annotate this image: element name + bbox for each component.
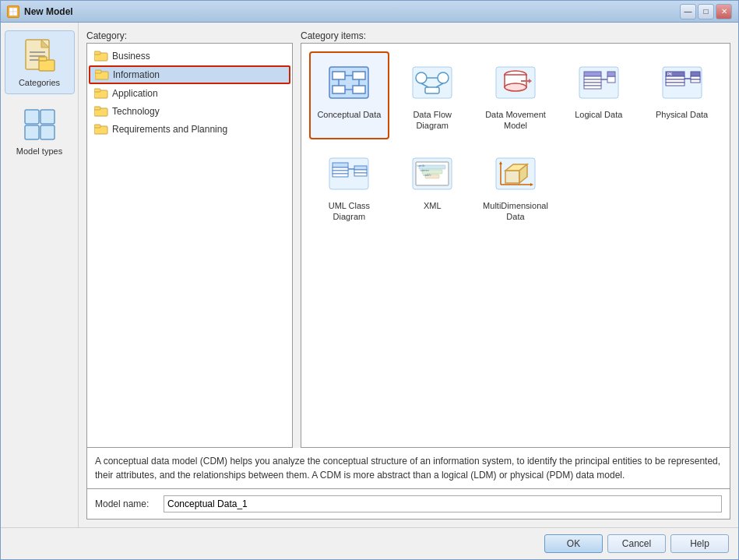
title-bar: New Model — □ ✕ — [1, 1, 738, 23]
ok-button[interactable]: OK — [544, 534, 603, 553]
svg-text:<item>: <item> — [420, 168, 430, 172]
category-item-information[interactable]: Information — [89, 65, 290, 84]
logical-data-icon — [575, 59, 622, 106]
model-name-section: Model name: — [86, 489, 730, 519]
new-model-dialog: New Model — □ ✕ — [0, 0, 739, 560]
svg-rect-72 — [354, 166, 367, 170]
svg-rect-29 — [353, 86, 365, 93]
svg-rect-70 — [333, 174, 348, 177]
svg-rect-65 — [691, 79, 700, 83]
item-physical-data[interactable]: PK Physical Data — [642, 51, 722, 139]
svg-rect-28 — [333, 86, 345, 93]
item-xml[interactable]: <xml> <item> <val/> XML — [392, 143, 473, 231]
svg-rect-68 — [333, 167, 348, 171]
item-uml-class[interactable]: UML Class Diagram — [309, 143, 389, 231]
folder-icon-technology — [94, 106, 108, 117]
minimize-button[interactable]: — — [680, 4, 696, 19]
svg-rect-74 — [354, 173, 367, 176]
svg-rect-55 — [607, 72, 615, 76]
svg-rect-16 — [94, 51, 100, 55]
item-conceptual-data[interactable]: Conceptual Data — [309, 51, 389, 139]
svg-rect-24 — [94, 125, 100, 128]
svg-rect-14 — [40, 125, 55, 139]
title-controls: — □ ✕ — [680, 4, 732, 19]
svg-rect-50 — [584, 79, 601, 83]
items-wrapper: Conceptual Data — [301, 43, 730, 448]
svg-rect-63 — [691, 72, 700, 76]
svg-rect-10 — [39, 57, 47, 61]
category-header-label: Category: — [86, 30, 293, 41]
svg-rect-9 — [39, 60, 55, 71]
panel-headers: Category: Category items: — [86, 30, 730, 41]
svg-rect-22 — [94, 107, 100, 110]
svg-rect-67 — [333, 163, 348, 167]
items-panel[interactable]: Conceptual Data — [301, 43, 730, 448]
folder-icon-information — [95, 69, 109, 80]
category-item-requirements[interactable]: Requirements and Planning — [89, 121, 290, 138]
categories-label: Categories — [19, 78, 60, 87]
maximize-button[interactable]: □ — [698, 4, 714, 19]
item-data-movement[interactable]: Data Movement Model — [476, 51, 556, 139]
item-data-flow[interactable]: Data Flow Diagram — [392, 51, 473, 139]
window-icon — [7, 5, 19, 18]
svg-rect-2 — [9, 12, 13, 16]
svg-rect-48 — [584, 72, 601, 76]
item-multidimensional[interactable]: MultiDimensional Data — [476, 143, 556, 231]
svg-rect-59 — [666, 79, 684, 83]
svg-rect-26 — [333, 72, 345, 79]
svg-rect-64 — [691, 76, 700, 79]
dialog-buttons: OK Cancel Help — [1, 527, 738, 559]
svg-rect-1 — [13, 8, 17, 12]
conceptual-data-icon — [326, 59, 372, 106]
svg-point-35 — [416, 72, 427, 83]
data-movement-icon — [492, 59, 539, 106]
svg-rect-12 — [40, 110, 55, 124]
close-button[interactable]: ✕ — [716, 4, 732, 19]
sidebar-item-model-types[interactable]: Model types — [5, 99, 75, 163]
svg-rect-13 — [25, 125, 39, 139]
items-grid: Conceptual Data — [301, 44, 730, 238]
sidebar: Categories Model types — [1, 23, 79, 527]
svg-rect-27 — [353, 72, 365, 79]
folder-icon-business — [94, 51, 108, 62]
sidebar-item-categories[interactable]: Categories — [5, 30, 75, 94]
multidimensional-icon — [492, 150, 539, 197]
model-types-icon — [21, 106, 58, 143]
xml-icon: <xml> <item> <val/> — [409, 150, 456, 197]
folder-icon-application — [94, 88, 108, 99]
svg-rect-11 — [25, 110, 39, 124]
description-section: A conceptual data model (CDM) helps you … — [86, 448, 730, 489]
model-name-input[interactable] — [164, 495, 722, 512]
category-panel[interactable]: Business Information — [86, 43, 293, 448]
svg-rect-49 — [584, 76, 601, 79]
svg-rect-52 — [584, 86, 601, 89]
svg-rect-0 — [9, 8, 13, 12]
panels-row: Business Information — [86, 43, 730, 448]
help-button[interactable]: Help — [670, 534, 729, 553]
folder-icon-requirements — [94, 124, 108, 135]
svg-rect-18 — [95, 70, 101, 73]
cancel-button[interactable]: Cancel — [607, 534, 666, 553]
window-title: New Model — [24, 6, 73, 17]
svg-rect-84 — [505, 171, 519, 183]
svg-rect-60 — [666, 83, 684, 86]
item-logical-data[interactable]: Logical Data — [558, 51, 639, 139]
svg-rect-20 — [94, 89, 100, 92]
items-header-label: Category items: — [301, 30, 730, 41]
svg-rect-69 — [333, 171, 348, 174]
svg-rect-54 — [607, 76, 615, 83]
dialog-body: Categories Model types — [1, 23, 738, 527]
svg-text:PK: PK — [667, 72, 673, 76]
svg-text:<val/>: <val/> — [423, 173, 432, 177]
main-content: Category: Category items: — [79, 23, 738, 527]
description-text: A conceptual data model (CDM) helps you … — [95, 456, 720, 481]
svg-rect-51 — [584, 83, 601, 86]
category-wrapper: Business Information — [86, 43, 293, 448]
svg-rect-73 — [354, 170, 367, 173]
categories-icon — [21, 37, 58, 75]
category-item-application[interactable]: Application — [89, 85, 290, 102]
physical-data-icon: PK — [659, 59, 706, 106]
category-item-technology[interactable]: Technology — [89, 103, 290, 120]
svg-point-44 — [505, 83, 526, 91]
category-item-business[interactable]: Business — [89, 48, 290, 65]
